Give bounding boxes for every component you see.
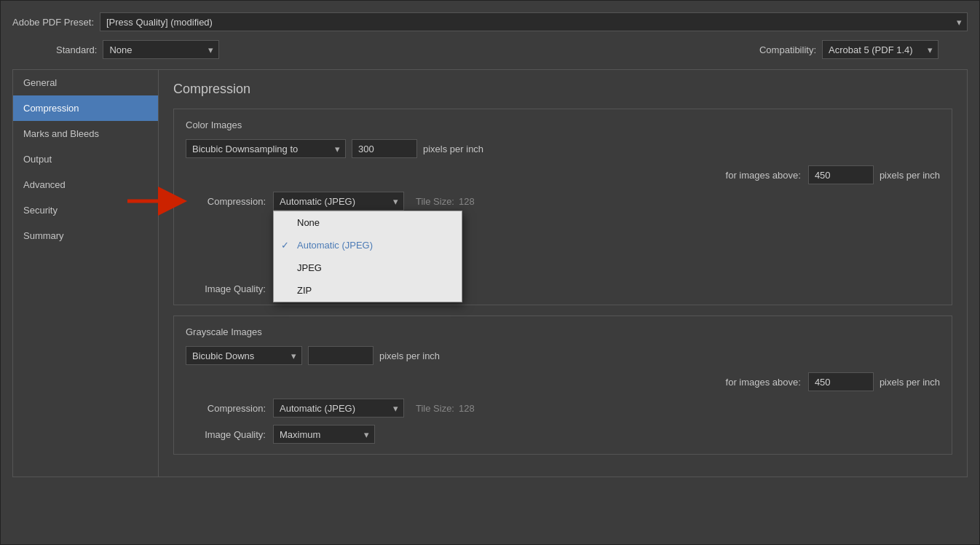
grayscale-downsampling-ppi-label: pixels per inch xyxy=(379,350,440,361)
compatibility-label: Compatibility: xyxy=(759,44,816,55)
grayscale-image-quality-label: Image Quality: xyxy=(186,429,266,440)
standard-select[interactable]: None xyxy=(103,40,219,59)
main-layout: General Compression Marks and Bleeds Out… xyxy=(12,69,968,477)
standard-compatibility-row: Standard: None Compatibility: Acrobat 5 … xyxy=(12,40,968,59)
preset-select-wrapper[interactable]: [Press Quality] (modified) xyxy=(100,12,968,31)
sidebar-item-marks-and-bleeds[interactable]: Marks and Bleeds xyxy=(13,121,158,146)
compatibility-select-wrapper[interactable]: Acrobat 5 (PDF 1.4) xyxy=(822,40,938,59)
color-downsampling-row: Bicubic Downsampling to pixels per inch xyxy=(186,139,940,158)
color-above-ppi-label: pixels per inch xyxy=(880,170,940,181)
grayscale-above-label: for images above: xyxy=(726,377,801,388)
grayscale-images-title: Grayscale Images xyxy=(186,326,940,337)
color-compression-select[interactable]: Automatic (JPEG) xyxy=(273,192,404,211)
grayscale-tile-size-label: Tile Size: xyxy=(416,403,454,414)
color-tile-size-label: Tile Size: xyxy=(416,196,454,207)
color-downsampling-ppi-label: pixels per inch xyxy=(423,144,483,154)
compatibility-group: Compatibility: Acrobat 5 (PDF 1.4) xyxy=(759,40,938,59)
sidebar: General Compression Marks and Bleeds Out… xyxy=(13,70,159,477)
sidebar-item-summary[interactable]: Summary xyxy=(13,223,158,248)
preset-label: Adobe PDF Preset: xyxy=(12,17,94,28)
color-compression-label: Compression: xyxy=(186,196,266,207)
sidebar-item-output[interactable]: Output xyxy=(13,146,158,172)
color-image-quality-label: Image Quality: xyxy=(186,283,266,294)
grayscale-image-quality-select[interactable]: Maximum xyxy=(273,425,375,444)
color-downsampling-select-wrapper[interactable]: Bicubic Downsampling to xyxy=(186,139,346,158)
color-tile-size-value: 128 xyxy=(459,196,475,207)
pdf-export-dialog: Adobe PDF Preset: [Press Quality] (modif… xyxy=(0,0,980,545)
sidebar-item-compression[interactable]: Compression xyxy=(13,95,158,121)
grayscale-above-input[interactable] xyxy=(808,372,874,391)
color-above-input[interactable] xyxy=(808,165,874,184)
grayscale-downsampling-ppi-input[interactable] xyxy=(308,346,374,365)
color-above-label: for images above: xyxy=(726,170,801,181)
color-images-subsection: Color Images Bicubic Downsampling to pix… xyxy=(173,109,952,305)
sidebar-item-general[interactable]: General xyxy=(13,70,158,95)
color-images-title: Color Images xyxy=(186,119,940,130)
color-compression-row: Compression: Automatic (JPEG) None Autom… xyxy=(186,192,940,211)
color-downsampling-ppi-input[interactable] xyxy=(352,139,417,158)
dropdown-item-jpeg[interactable]: JPEG xyxy=(274,256,462,279)
grayscale-compression-select-wrapper[interactable]: Automatic (JPEG) xyxy=(273,399,404,417)
color-downsampling-select[interactable]: Bicubic Downsampling to xyxy=(186,139,346,158)
content-area: Compression Color Images Bicubic Downsam… xyxy=(159,70,967,477)
grayscale-downsampling-row: Bicubic Downs pixels per inch xyxy=(186,346,940,365)
grayscale-above-ppi-label: pixels per inch xyxy=(880,377,940,388)
grayscale-downsampling-select[interactable]: Bicubic Downs xyxy=(186,346,302,365)
grayscale-tile-size-value: 128 xyxy=(459,403,475,414)
grayscale-above-row: for images above: pixels per inch xyxy=(186,372,940,391)
red-arrow-icon xyxy=(127,187,186,216)
grayscale-images-subsection: Grayscale Images Bicubic Downs pixels pe… xyxy=(173,315,952,455)
grayscale-image-quality-select-wrapper[interactable]: Maximum xyxy=(273,425,375,444)
dropdown-item-zip[interactable]: ZIP xyxy=(274,279,462,302)
section-title: Compression xyxy=(173,82,952,97)
standard-label: Standard: xyxy=(56,44,97,55)
compression-dropdown-menu: None Automatic (JPEG) JPEG ZIP xyxy=(273,211,462,302)
color-above-row: for images above: pixels per inch xyxy=(186,165,940,184)
compatibility-select[interactable]: Acrobat 5 (PDF 1.4) xyxy=(822,40,938,59)
standard-select-wrapper[interactable]: None xyxy=(103,40,219,59)
grayscale-compression-select[interactable]: Automatic (JPEG) xyxy=(273,399,404,417)
dropdown-item-auto-jpeg[interactable]: Automatic (JPEG) xyxy=(274,234,462,256)
standard-group: Standard: None xyxy=(56,40,219,59)
grayscale-compression-row: Compression: Automatic (JPEG) Tile Size:… xyxy=(186,399,940,417)
grayscale-compression-label: Compression: xyxy=(186,403,266,414)
preset-select[interactable]: [Press Quality] (modified) xyxy=(100,12,968,31)
grayscale-downsampling-select-wrapper[interactable]: Bicubic Downs xyxy=(186,346,302,365)
color-compression-select-wrapper[interactable]: Automatic (JPEG) None Automatic (JPEG) xyxy=(273,192,404,211)
preset-row: Adobe PDF Preset: [Press Quality] (modif… xyxy=(12,12,968,31)
grayscale-image-quality-row: Image Quality: Maximum xyxy=(186,425,940,444)
dropdown-item-none[interactable]: None xyxy=(274,211,462,234)
